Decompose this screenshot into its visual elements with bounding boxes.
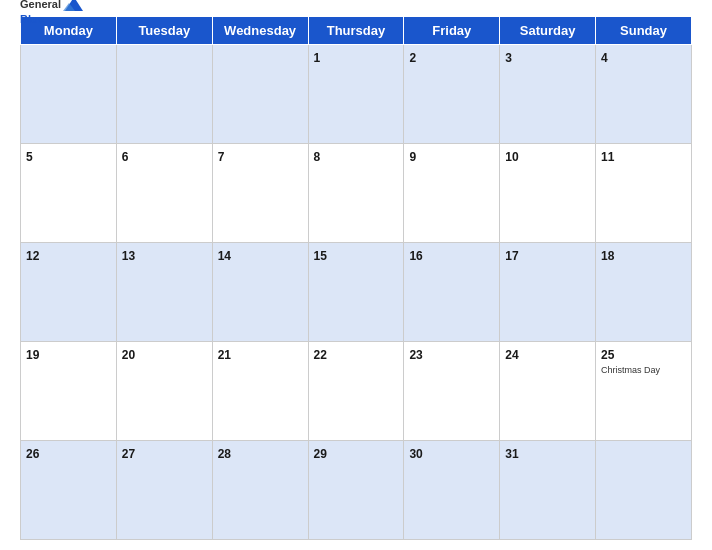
day-number: 31 [505,447,518,461]
weekday-header: Tuesday [116,17,212,45]
day-number: 14 [218,249,231,263]
day-number: 1 [314,51,321,65]
calendar-week-row: 12131415161718 [21,243,692,342]
weekday-header: Wednesday [212,17,308,45]
calendar-day-cell: 31 [500,441,596,540]
calendar-day-cell: 24 [500,342,596,441]
calendar-header-row: MondayTuesdayWednesdayThursdayFridaySatu… [21,17,692,45]
day-number: 18 [601,249,614,263]
day-number: 2 [409,51,416,65]
calendar-day-cell [596,441,692,540]
logo-mountain-icon [63,0,85,13]
calendar-day-cell: 15 [308,243,404,342]
day-number: 7 [218,150,225,164]
calendar-day-cell: 13 [116,243,212,342]
calendar-day-cell: 16 [404,243,500,342]
calendar-table: MondayTuesdayWednesdayThursdayFridaySatu… [20,16,692,540]
calendar-day-cell: 10 [500,144,596,243]
day-number: 5 [26,150,33,164]
calendar-day-cell: 8 [308,144,404,243]
calendar-day-cell: 28 [212,441,308,540]
calendar-day-cell: 5 [21,144,117,243]
day-number: 16 [409,249,422,263]
day-number: 28 [218,447,231,461]
calendar-day-cell: 17 [500,243,596,342]
calendar-day-cell: 19 [21,342,117,441]
calendar-day-cell: 21 [212,342,308,441]
holiday-label: Christmas Day [601,365,686,376]
calendar-day-cell: 20 [116,342,212,441]
calendar-day-cell: 6 [116,144,212,243]
logo-blue-text: Blue [20,13,44,25]
calendar-day-cell: 25Christmas Day [596,342,692,441]
day-number: 22 [314,348,327,362]
day-number: 3 [505,51,512,65]
calendar-day-cell: 26 [21,441,117,540]
day-number: 27 [122,447,135,461]
day-number: 10 [505,150,518,164]
weekday-header: Saturday [500,17,596,45]
day-number: 17 [505,249,518,263]
calendar-day-cell: 22 [308,342,404,441]
calendar-day-cell: 14 [212,243,308,342]
day-number: 29 [314,447,327,461]
calendar-day-cell: 7 [212,144,308,243]
day-number: 24 [505,348,518,362]
day-number: 23 [409,348,422,362]
logo-general-text: General [20,0,61,10]
day-number: 25 [601,348,614,362]
calendar-day-cell: 2 [404,45,500,144]
calendar-day-cell: 11 [596,144,692,243]
calendar-day-cell: 29 [308,441,404,540]
weekday-header: Friday [404,17,500,45]
calendar-week-row: 262728293031 [21,441,692,540]
day-number: 30 [409,447,422,461]
day-number: 13 [122,249,135,263]
calendar-day-cell [212,45,308,144]
calendar-day-cell: 1 [308,45,404,144]
calendar-day-cell: 23 [404,342,500,441]
calendar-day-cell [21,45,117,144]
day-number: 26 [26,447,39,461]
day-number: 8 [314,150,321,164]
day-number: 4 [601,51,608,65]
calendar-day-cell: 3 [500,45,596,144]
calendar-week-row: 1234 [21,45,692,144]
day-number: 20 [122,348,135,362]
calendar-day-cell [116,45,212,144]
calendar-day-cell: 9 [404,144,500,243]
calendar-week-row: 19202122232425Christmas Day [21,342,692,441]
day-number: 19 [26,348,39,362]
calendar-day-cell: 4 [596,45,692,144]
day-number: 21 [218,348,231,362]
day-number: 12 [26,249,39,263]
day-number: 11 [601,150,614,164]
calendar-day-cell: 12 [21,243,117,342]
calendar-day-cell: 27 [116,441,212,540]
weekday-header: Sunday [596,17,692,45]
calendar-day-cell: 30 [404,441,500,540]
calendar-week-row: 567891011 [21,144,692,243]
day-number: 6 [122,150,129,164]
calendar-day-cell: 18 [596,243,692,342]
logo: General Blue [20,0,85,26]
day-number: 9 [409,150,416,164]
day-number: 15 [314,249,327,263]
weekday-header: Thursday [308,17,404,45]
